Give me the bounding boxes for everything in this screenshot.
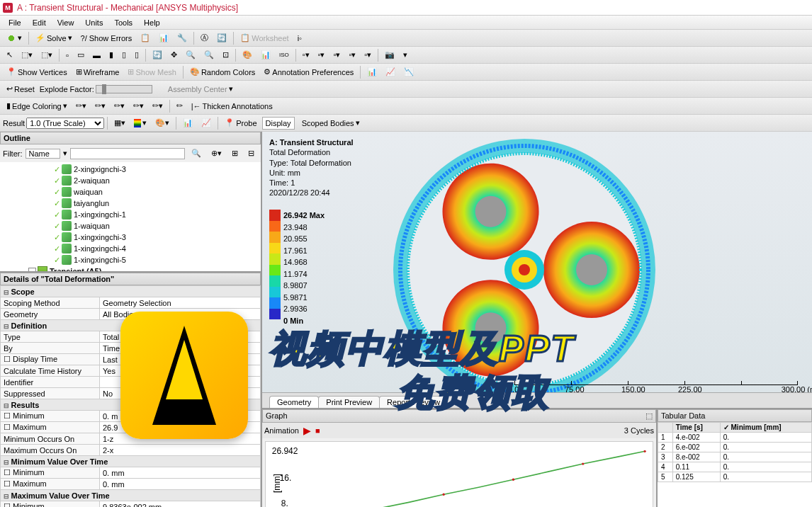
explode-label: Explode Factor:: [40, 85, 94, 93]
face-icon[interactable]: ▬: [89, 49, 104, 62]
menu-units[interactable]: Units: [79, 17, 108, 28]
view-icon[interactable]: ▫▾: [361, 48, 375, 62]
vertex-icon[interactable]: ▫: [62, 49, 72, 62]
play-button[interactable]: ▶: [303, 425, 311, 436]
tab-geometry[interactable]: Geometry: [269, 396, 319, 408]
filter-type[interactable]: Name: [26, 149, 60, 159]
tb-icon[interactable]: 📊: [155, 31, 172, 45]
c6[interactable]: ✏: [173, 99, 186, 113]
graph-plot[interactable]: 26.942 16. 8. 0. [mm] 0.0.51. [s]: [265, 441, 653, 507]
tab-print[interactable]: Print Preview: [318, 396, 380, 408]
tree-item[interactable]: ✓1-xingxingchi-5: [1, 254, 259, 266]
menu-file[interactable]: File: [3, 17, 27, 28]
select-icon[interactable]: ⬚▾: [38, 48, 56, 62]
iso-icon[interactable]: ISO: [276, 50, 293, 60]
tb-icon[interactable]: 📈: [382, 65, 399, 79]
view-icon[interactable]: ▫▾: [330, 48, 344, 62]
show-vertices-button[interactable]: 📍Show Vertices: [3, 65, 71, 79]
menu-help[interactable]: Help: [138, 17, 166, 28]
menu-edit[interactable]: Edit: [27, 17, 52, 28]
r3[interactable]: 🎨▾: [152, 116, 173, 130]
filter-input[interactable]: [70, 148, 185, 159]
details-header: Details of "Total Deformation": [0, 273, 261, 285]
edge-icon[interactable]: ▭: [74, 48, 88, 62]
select-icon[interactable]: ⬚▾: [18, 48, 36, 62]
tree-item[interactable]: ✓1-xingxingchi-1: [1, 209, 259, 220]
scale-select[interactable]: 1.0 (True Scale): [26, 118, 104, 129]
svg-text:8.: 8.: [281, 499, 288, 507]
rotate-icon[interactable]: 🔄: [149, 48, 166, 62]
c3[interactable]: ✏▾: [111, 99, 128, 113]
body-icon[interactable]: ▯: [131, 48, 142, 62]
view-icon[interactable]: 📷: [381, 48, 398, 62]
random-colors-button[interactable]: 🎨Random Colors: [186, 65, 259, 79]
edge-coloring-button[interactable]: ▮Edge Coloring ▾: [3, 99, 71, 113]
fit-icon[interactable]: ⊡: [219, 48, 232, 62]
c1[interactable]: ✏▾: [72, 99, 90, 113]
filter-btn[interactable]: ⊕▾: [208, 147, 225, 160]
cursor-icon[interactable]: ↖: [3, 48, 16, 62]
c4[interactable]: ✏▾: [130, 99, 147, 113]
show-errors-button[interactable]: ?/ Show Errors: [77, 32, 136, 45]
explode-slider[interactable]: [96, 85, 152, 93]
tree-item[interactable]: ✓2-xingxignchi-3: [1, 164, 259, 175]
view-icon[interactable]: ▫▾: [345, 48, 359, 62]
tb-icon[interactable]: 📊: [363, 65, 380, 79]
tb-icon[interactable]: 📋: [137, 31, 154, 45]
filter-label: Filter:: [3, 149, 23, 158]
solve-button[interactable]: ⚡Solve ▾: [32, 31, 76, 45]
toolbar-3: 📍Show Vertices ⊞Wireframe ⊞Show Mesh 🎨Ra…: [0, 64, 812, 81]
view-icon[interactable]: ▫▾: [299, 48, 313, 62]
filter-btn[interactable]: ⊞: [228, 147, 242, 160]
tb-icon[interactable]: 🔧: [174, 31, 191, 45]
reset-button[interactable]: ↩ Reset: [3, 82, 38, 96]
thicken-button[interactable]: |←Thicken Annotations: [188, 100, 276, 113]
tree-item[interactable]: ✓2-waiquan: [1, 175, 259, 186]
tree-item[interactable]: ✓taiyanglun: [1, 198, 259, 209]
c5[interactable]: ✏▾: [149, 99, 167, 113]
zoom-icon[interactable]: 🔍: [201, 48, 218, 62]
tree-item[interactable]: ✓1-xingxingchi-4: [1, 243, 259, 254]
app-icon: M: [3, 3, 13, 13]
tree-item[interactable]: ✓1-xingxingchi-3: [1, 232, 259, 243]
tb-icon[interactable]: 📉: [400, 65, 417, 79]
filter-btn[interactable]: ⊟: [244, 147, 258, 160]
outline-header: Outline: [0, 132, 261, 144]
svg-point-26: [582, 462, 584, 465]
outline-tree[interactable]: ✓2-xingxignchi-3✓2-waiquan✓waiquan✓taiya…: [0, 162, 261, 271]
cycles-label: 3 Cycles: [624, 426, 654, 435]
r4[interactable]: 📊: [179, 116, 196, 130]
body-icon[interactable]: ▮: [106, 48, 117, 62]
tb-refresh-icon[interactable]: 🔄: [213, 31, 230, 45]
view-icon[interactable]: 📊: [257, 48, 274, 62]
view-icon[interactable]: 🎨: [239, 48, 256, 62]
r1[interactable]: ▦▾: [111, 116, 129, 130]
r2[interactable]: ▾: [130, 116, 150, 130]
tree-item[interactable]: -Transient (A5): [1, 266, 259, 271]
tree-item[interactable]: ✓waiquan: [1, 186, 259, 198]
pan-icon[interactable]: ✥: [167, 48, 181, 62]
annot-prefs-button[interactable]: ⚙Annotation Preferences: [260, 65, 357, 79]
zoom-icon[interactable]: 🔍: [182, 48, 199, 62]
wireframe-button[interactable]: ⊞Wireframe: [72, 65, 123, 79]
body-icon[interactable]: ▯: [118, 48, 130, 62]
tabular-data[interactable]: Time [s]✓ Minimum [mm]14.e-0020.26.e-002…: [658, 422, 812, 507]
probe-button[interactable]: 📍Probe: [221, 116, 260, 130]
r5[interactable]: 📈: [198, 116, 215, 130]
view-icon[interactable]: ▾: [400, 48, 411, 62]
tree-item[interactable]: ✓1-waiquan: [1, 220, 259, 232]
anim-label: Animation: [264, 426, 299, 435]
view-icon[interactable]: ▫▾: [315, 48, 329, 62]
filter-btn[interactable]: 🔍: [188, 147, 205, 160]
worksheet-button[interactable]: 📋Worksheet: [237, 31, 292, 45]
menu-tools[interactable]: Tools: [108, 17, 138, 28]
menu-view[interactable]: View: [52, 17, 80, 28]
tb-icon[interactable]: i◦: [294, 32, 305, 45]
stop-button[interactable]: ■: [315, 426, 320, 435]
ok-button[interactable]: ▾: [3, 31, 26, 45]
tb-a-icon[interactable]: Ⓐ: [197, 30, 212, 45]
display-label: Display: [262, 117, 295, 130]
show-mesh-button[interactable]: ⊞Show Mesh: [124, 65, 179, 79]
c2[interactable]: ✏▾: [91, 99, 109, 113]
window-title: A : Transient Structural - Mechanical [A…: [17, 3, 238, 13]
